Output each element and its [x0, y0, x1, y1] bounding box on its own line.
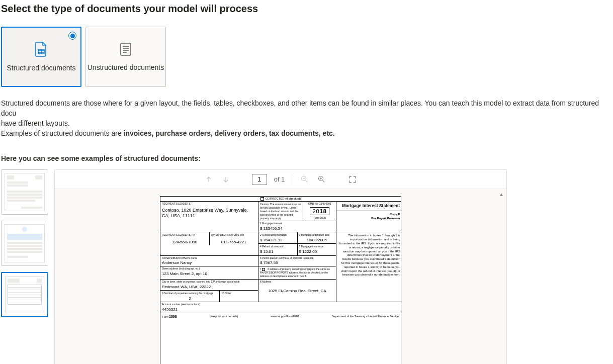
unstructured-documents-card[interactable]: Unstructured documents	[85, 27, 166, 87]
form-1098-document: CORRECTED (if checked) RECIPIENT'S/LENDE…	[160, 196, 401, 364]
fullscreen-button[interactable]	[347, 174, 358, 185]
examples-heading: Here you can see some examples of struct…	[0, 154, 613, 162]
thumbnail-invoice[interactable]	[1, 169, 48, 215]
page-title: Select the type of documents your model …	[0, 0, 613, 15]
prev-page-button[interactable]	[204, 174, 214, 185]
svg-line-13	[322, 180, 324, 183]
preview-body[interactable]: ▲ CORRECTED (if checked) RECIPIENT'S/LEN…	[55, 189, 506, 364]
card-label: Unstructured documents	[87, 63, 164, 72]
document-preview-pane: of 1 ▲ CORRECTED (if checked)	[54, 169, 507, 364]
thumbnail-list	[0, 169, 48, 364]
zoom-out-button[interactable]	[299, 174, 309, 185]
thumbnail-order[interactable]	[1, 221, 48, 266]
zoom-in-button[interactable]	[316, 174, 326, 185]
thumbnail-tax-form[interactable]	[1, 272, 48, 317]
page-number-input[interactable]	[252, 174, 267, 185]
preview-toolbar: of 1	[55, 170, 506, 189]
page-of-label: of 1	[274, 175, 285, 183]
document-type-cards: Structured documents Unstructured docume…	[0, 27, 613, 87]
radio-selected-icon	[68, 32, 76, 40]
text-document-icon	[120, 42, 132, 58]
next-page-button[interactable]	[221, 174, 231, 185]
form-document-icon	[35, 42, 48, 58]
structured-documents-card[interactable]: Structured documents	[1, 27, 81, 87]
svg-rect-4	[121, 43, 131, 55]
description-text: Structured documents are those where for…	[0, 98, 613, 138]
svg-line-10	[305, 180, 307, 183]
card-label: Structured documents	[7, 63, 76, 72]
scroll-up-icon[interactable]: ▲	[498, 191, 504, 197]
